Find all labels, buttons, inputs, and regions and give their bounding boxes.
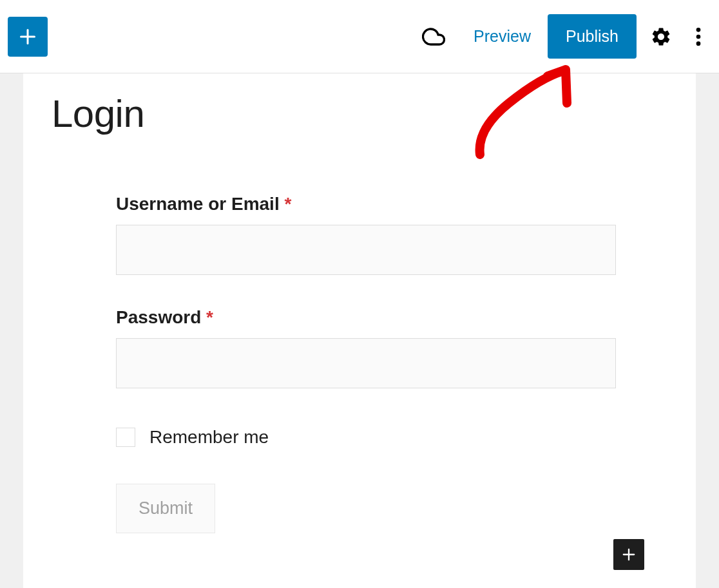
save-status-icon[interactable] [418,21,449,52]
gear-icon [650,26,672,48]
publish-button[interactable]: Publish [548,14,637,59]
password-input[interactable] [116,338,616,388]
svg-point-2 [696,28,701,32]
preview-button[interactable]: Preview [462,19,542,53]
more-options-button[interactable] [685,17,711,56]
page-content: Login Username or Email * Password * Rem… [23,73,696,588]
remember-me-label: Remember me [149,427,269,448]
submit-button[interactable]: Submit [116,484,215,533]
remember-me-row: Remember me [116,427,616,448]
page-title[interactable]: Login [52,91,667,136]
toolbar-left [8,17,48,57]
editor-canvas: Login Username or Email * Password * Rem… [0,73,719,588]
username-label: Username or Email * [116,194,616,214]
svg-point-3 [696,34,701,39]
editor-toolbar: Preview Publish [0,0,719,73]
settings-button[interactable] [642,17,680,56]
required-asterisk: * [284,194,291,214]
add-block-inline-button[interactable] [613,539,644,570]
add-block-button[interactable] [8,17,48,57]
svg-point-4 [696,41,701,46]
more-vertical-icon [696,26,701,48]
plus-icon [620,545,638,564]
required-asterisk: * [206,307,213,327]
cloud-icon [422,25,445,48]
remember-me-checkbox[interactable] [116,428,135,447]
password-label: Password * [116,307,616,328]
toolbar-right: Preview Publish [418,14,711,59]
login-form: Username or Email * Password * Remember … [52,194,667,533]
password-label-text: Password [116,307,201,327]
username-label-text: Username or Email [116,194,280,214]
username-input[interactable] [116,225,616,275]
plus-icon [16,25,39,48]
